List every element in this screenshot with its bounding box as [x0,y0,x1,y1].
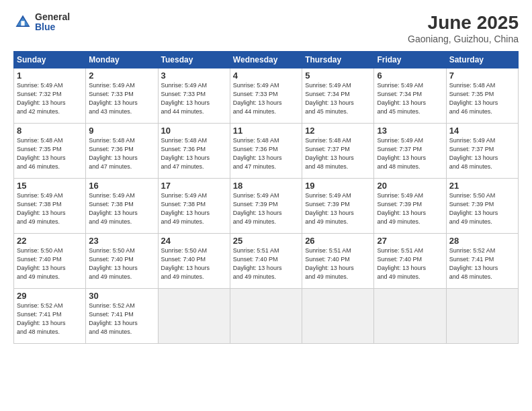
day-number: 3 [161,71,227,81]
logo-general-label: General [35,12,70,22]
day-info: Sunrise: 5:50 AM Sunset: 7:40 PM Dayligh… [89,246,154,281]
week-row-1: 1Sunrise: 5:49 AM Sunset: 7:32 PM Daylig… [14,68,519,124]
svg-rect-2 [21,21,24,26]
day-number: 12 [305,126,371,136]
calendar-cell: 8Sunrise: 5:48 AM Sunset: 7:35 PM Daylig… [14,124,86,179]
day-number: 14 [449,126,515,136]
day-number: 30 [89,291,154,301]
day-number: 1 [17,71,83,81]
calendar-cell: 14Sunrise: 5:49 AM Sunset: 7:37 PM Dayli… [446,124,518,179]
day-number: 8 [17,126,83,136]
calendar-cell: 18Sunrise: 5:49 AM Sunset: 7:39 PM Dayli… [230,179,302,234]
weekday-header-sunday: Sunday [14,52,86,68]
day-info: Sunrise: 5:50 AM Sunset: 7:40 PM Dayligh… [17,246,83,281]
day-info: Sunrise: 5:49 AM Sunset: 7:37 PM Dayligh… [449,136,515,171]
calendar-cell: 6Sunrise: 5:49 AM Sunset: 7:34 PM Daylig… [374,68,446,124]
calendar-table: SundayMondayTuesdayWednesdayThursdayFrid… [13,51,519,344]
calendar-cell: 11Sunrise: 5:48 AM Sunset: 7:36 PM Dayli… [230,124,302,179]
day-number: 20 [377,181,443,191]
day-info: Sunrise: 5:49 AM Sunset: 7:38 PM Dayligh… [89,191,154,226]
calendar-cell: 2Sunrise: 5:49 AM Sunset: 7:33 PM Daylig… [86,68,158,124]
day-info: Sunrise: 5:51 AM Sunset: 7:40 PM Dayligh… [233,246,299,281]
calendar-cell: 16Sunrise: 5:49 AM Sunset: 7:38 PM Dayli… [86,179,158,234]
calendar-cell: 9Sunrise: 5:48 AM Sunset: 7:36 PM Daylig… [86,124,158,179]
day-number: 10 [161,126,227,136]
weekday-header-wednesday: Wednesday [230,52,302,68]
logo-icon [13,13,32,32]
day-info: Sunrise: 5:48 AM Sunset: 7:35 PM Dayligh… [449,81,515,116]
day-info: Sunrise: 5:49 AM Sunset: 7:33 PM Dayligh… [89,81,154,116]
day-number: 13 [377,126,443,136]
calendar-cell [158,289,230,344]
weekday-header-row: SundayMondayTuesdayWednesdayThursdayFrid… [14,52,519,68]
day-number: 11 [233,126,299,136]
logo-blue-label: Blue [35,22,70,32]
day-number: 6 [377,71,443,81]
day-number: 4 [233,71,299,81]
day-info: Sunrise: 5:49 AM Sunset: 7:33 PM Dayligh… [233,81,299,116]
calendar-cell: 10Sunrise: 5:48 AM Sunset: 7:36 PM Dayli… [158,124,230,179]
page: General Blue June 2025 Gaoniang, Guizhou… [0,0,532,411]
day-info: Sunrise: 5:50 AM Sunset: 7:40 PM Dayligh… [161,246,227,281]
day-number: 5 [305,71,371,81]
day-info: Sunrise: 5:49 AM Sunset: 7:32 PM Dayligh… [17,81,83,116]
day-info: Sunrise: 5:52 AM Sunset: 7:41 PM Dayligh… [17,302,83,336]
day-info: Sunrise: 5:52 AM Sunset: 7:41 PM Dayligh… [89,302,154,336]
day-info: Sunrise: 5:50 AM Sunset: 7:39 PM Dayligh… [449,191,515,226]
calendar-cell: 3Sunrise: 5:49 AM Sunset: 7:33 PM Daylig… [158,68,230,124]
day-number: 18 [233,181,299,191]
day-info: Sunrise: 5:49 AM Sunset: 7:38 PM Dayligh… [161,191,227,226]
day-number: 24 [161,236,227,246]
calendar-cell: 13Sunrise: 5:49 AM Sunset: 7:37 PM Dayli… [374,124,446,179]
calendar-cell: 22Sunrise: 5:50 AM Sunset: 7:40 PM Dayli… [14,234,86,289]
day-info: Sunrise: 5:48 AM Sunset: 7:36 PM Dayligh… [89,136,154,171]
calendar-cell: 17Sunrise: 5:49 AM Sunset: 7:38 PM Dayli… [158,179,230,234]
calendar-cell [230,289,302,344]
day-info: Sunrise: 5:49 AM Sunset: 7:37 PM Dayligh… [377,136,443,171]
day-info: Sunrise: 5:51 AM Sunset: 7:40 PM Dayligh… [305,246,371,281]
calendar-cell [374,289,446,344]
day-number: 15 [17,181,83,191]
day-number: 22 [17,236,83,246]
calendar-cell: 1Sunrise: 5:49 AM Sunset: 7:32 PM Daylig… [14,68,86,124]
week-row-5: 29Sunrise: 5:52 AM Sunset: 7:41 PM Dayli… [14,289,519,344]
calendar-cell: 4Sunrise: 5:49 AM Sunset: 7:33 PM Daylig… [230,68,302,124]
calendar-cell: 23Sunrise: 5:50 AM Sunset: 7:40 PM Dayli… [86,234,158,289]
logo-text: General Blue [35,12,70,33]
calendar-cell [302,289,374,344]
logo: General Blue [13,12,70,33]
day-info: Sunrise: 5:49 AM Sunset: 7:39 PM Dayligh… [377,191,443,226]
day-info: Sunrise: 5:48 AM Sunset: 7:37 PM Dayligh… [305,136,371,171]
calendar-title: June 2025 [408,12,519,34]
day-number: 29 [17,291,83,301]
weekday-header-friday: Friday [374,52,446,68]
title-block: June 2025 Gaoniang, Guizhou, China [408,12,519,44]
day-number: 23 [89,236,154,246]
calendar-cell: 30Sunrise: 5:52 AM Sunset: 7:41 PM Dayli… [86,289,158,344]
weekday-header-saturday: Saturday [446,52,518,68]
calendar-cell: 24Sunrise: 5:50 AM Sunset: 7:40 PM Dayli… [158,234,230,289]
weekday-header-monday: Monday [86,52,158,68]
week-row-4: 22Sunrise: 5:50 AM Sunset: 7:40 PM Dayli… [14,234,519,289]
day-number: 9 [89,126,154,136]
day-info: Sunrise: 5:49 AM Sunset: 7:39 PM Dayligh… [305,191,371,226]
day-number: 17 [161,181,227,191]
day-number: 19 [305,181,371,191]
day-info: Sunrise: 5:49 AM Sunset: 7:33 PM Dayligh… [161,81,227,116]
day-info: Sunrise: 5:49 AM Sunset: 7:38 PM Dayligh… [17,191,83,226]
day-number: 26 [305,236,371,246]
calendar-cell: 26Sunrise: 5:51 AM Sunset: 7:40 PM Dayli… [302,234,374,289]
day-number: 16 [89,181,154,191]
day-info: Sunrise: 5:49 AM Sunset: 7:39 PM Dayligh… [233,191,299,226]
calendar-cell: 25Sunrise: 5:51 AM Sunset: 7:40 PM Dayli… [230,234,302,289]
week-row-3: 15Sunrise: 5:49 AM Sunset: 7:38 PM Dayli… [14,179,519,234]
calendar-cell: 7Sunrise: 5:48 AM Sunset: 7:35 PM Daylig… [446,68,518,124]
day-info: Sunrise: 5:49 AM Sunset: 7:34 PM Dayligh… [305,81,371,116]
day-info: Sunrise: 5:48 AM Sunset: 7:35 PM Dayligh… [17,136,83,171]
calendar-cell: 20Sunrise: 5:49 AM Sunset: 7:39 PM Dayli… [374,179,446,234]
calendar-cell: 12Sunrise: 5:48 AM Sunset: 7:37 PM Dayli… [302,124,374,179]
day-info: Sunrise: 5:48 AM Sunset: 7:36 PM Dayligh… [233,136,299,171]
day-info: Sunrise: 5:49 AM Sunset: 7:34 PM Dayligh… [377,81,443,116]
day-number: 28 [449,236,515,246]
calendar-cell: 29Sunrise: 5:52 AM Sunset: 7:41 PM Dayli… [14,289,86,344]
